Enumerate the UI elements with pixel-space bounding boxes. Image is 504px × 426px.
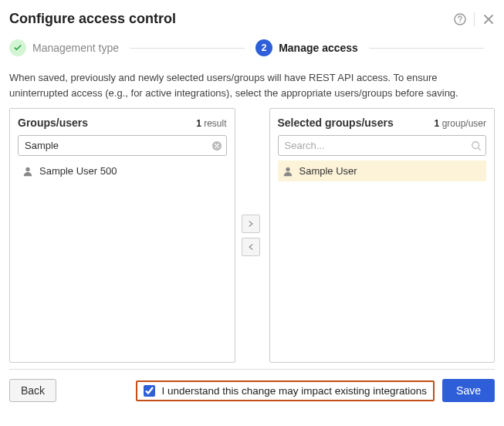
user-icon (282, 166, 293, 177)
selected-panel: Selected groups/users 1 group/user Sampl… (269, 108, 496, 363)
transfer-arrows (242, 108, 263, 363)
confirm-checkbox[interactable] (144, 385, 155, 397)
stepper: Management type 2 Manage access (9, 35, 495, 67)
header-actions (454, 12, 495, 26)
description-text: When saved, previously and newly selecte… (9, 67, 495, 108)
panel-count: 1 result (196, 118, 226, 129)
available-list: Sample User 500 (18, 161, 227, 354)
search-wrap (278, 135, 487, 156)
move-right-button[interactable] (242, 215, 260, 233)
close-icon[interactable] (482, 13, 495, 25)
step-manage-access: 2 Manage access (255, 39, 358, 56)
step-label: Management type (32, 42, 119, 54)
list-item-label: Sample User 500 (39, 165, 117, 177)
list-item[interactable]: Sample User 500 (18, 161, 227, 181)
check-icon (9, 39, 26, 56)
panel-title: Groups/users (18, 117, 88, 129)
modal-header: Configure access control (9, 8, 495, 35)
svg-point-1 (459, 21, 461, 22)
svg-point-5 (286, 167, 289, 171)
save-button[interactable]: Save (442, 379, 495, 402)
modal-title: Configure access control (9, 11, 176, 27)
modal: Configure access control Management type… (0, 0, 504, 410)
user-icon (22, 166, 33, 177)
confirm-highlight: I understand this change may impact exis… (136, 380, 435, 401)
panel-header: Groups/users 1 result (18, 117, 227, 129)
list-item[interactable]: Sample User (278, 161, 487, 181)
step-line (130, 48, 245, 49)
search-wrap (18, 135, 227, 156)
panel-header: Selected groups/users 1 group/user (278, 117, 487, 129)
list-item-label: Sample User (299, 165, 357, 177)
search-input[interactable] (18, 135, 227, 156)
divider (474, 12, 475, 26)
available-panel: Groups/users 1 result Sample User 500 (9, 108, 235, 363)
search-input[interactable] (278, 135, 487, 156)
clear-icon[interactable] (211, 140, 222, 151)
back-button[interactable]: Back (9, 379, 56, 402)
transfer-container: Groups/users 1 result Sample User 500 (9, 108, 495, 363)
help-icon[interactable] (454, 13, 466, 25)
selected-list: Sample User (278, 161, 487, 354)
step-line (369, 48, 484, 49)
confirm-label: I understand this change may impact exis… (161, 385, 427, 397)
step-label: Manage access (279, 42, 358, 54)
panel-count: 1 group/user (435, 118, 486, 129)
panel-title: Selected groups/users (278, 117, 394, 129)
modal-footer: Back I understand this change may impact… (9, 369, 495, 402)
svg-point-3 (25, 167, 29, 171)
move-left-button[interactable] (242, 238, 260, 256)
step-management-type[interactable]: Management type (9, 39, 119, 56)
step-number: 2 (255, 39, 272, 56)
